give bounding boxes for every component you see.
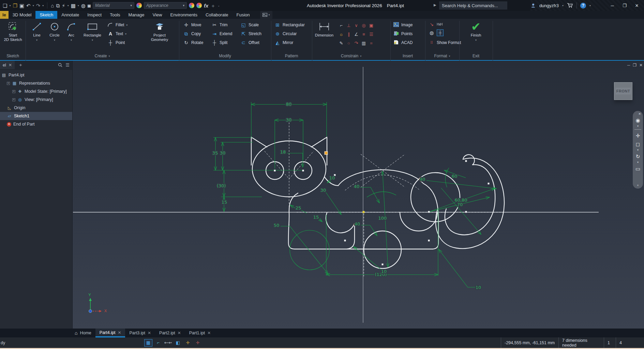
ribbon-tab-sketch[interactable]: Sketch: [35, 11, 57, 19]
constraint-settings-constraint-icon[interactable]: ☼: [338, 30, 345, 39]
ribbon-tab-tools[interactable]: Tools: [106, 11, 124, 19]
dimension-value[interactable]: 35: [212, 150, 218, 156]
symmetric-constraint-icon[interactable]: ▥: [360, 39, 368, 47]
doc-close-icon[interactable]: ✕: [639, 63, 643, 68]
zoom-caret-icon[interactable]: ▾: [637, 148, 639, 151]
stretch-button[interactable]: ⇱Stretch: [240, 30, 261, 38]
adjust-appearance-icon[interactable]: [189, 3, 194, 8]
user-avatar-icon[interactable]: [530, 3, 536, 8]
dimension-value[interactable]: 50: [274, 223, 280, 228]
browser-node-end-of-part[interactable]: ✕End of Part: [0, 120, 72, 128]
rectangular-pattern-button[interactable]: ⊞Rectangular: [274, 21, 305, 29]
doc-restore-icon[interactable]: ❐: [633, 63, 636, 68]
degrees-of-freedom-toggle[interactable]: ✛: [184, 339, 192, 347]
line-button[interactable]: Line▾: [28, 20, 45, 42]
cat-belly-circle[interactable]: [364, 231, 401, 268]
fillet-button[interactable]: Fillet▾: [107, 21, 128, 29]
panel-label-modify[interactable]: Modify: [179, 53, 271, 59]
search-expand-icon[interactable]: ▶: [434, 3, 436, 7]
parameters-fx-icon[interactable]: fx: [204, 3, 208, 8]
dimension-value[interactable]: 10: [329, 175, 335, 180]
dimension-value[interactable]: 30: [320, 188, 326, 193]
tangent-line-constraint-icon[interactable]: ∠: [353, 30, 360, 39]
ribbon-tab-le[interactable]: le: [0, 11, 9, 19]
document-tab-part4-ipt[interactable]: Part4.ipt✕: [95, 329, 125, 337]
show-format-button[interactable]: ⠿Show Format: [429, 39, 461, 47]
construction-format-button[interactable]: ↘HxH: [429, 20, 442, 28]
dimension-value[interactable]: 15: [313, 215, 319, 220]
project-geometry-button[interactable]: Project Geometry: [143, 20, 177, 42]
dimension-value[interactable]: 10: [476, 285, 481, 290]
home-icon[interactable]: ⌂: [51, 3, 54, 8]
mirror-button[interactable]: ◭Mirror: [274, 39, 293, 47]
points-button[interactable]: Points: [393, 30, 413, 38]
save-icon[interactable]: ▣: [19, 3, 24, 8]
update-dropdown-icon[interactable]: ▾: [68, 4, 69, 7]
dimension-value[interactable]: 100: [378, 216, 387, 221]
material-combo[interactable]: Material▾: [93, 2, 134, 9]
dimension-value[interactable]: 15: [222, 200, 227, 205]
cat-tail-outer[interactable]: [436, 158, 504, 248]
viewcube[interactable]: FRONT: [614, 82, 632, 100]
document-tab-part1-ipt[interactable]: Part1.ipt✕: [185, 329, 215, 337]
tab-close-icon[interactable]: ✕: [148, 331, 151, 335]
dimension-value[interactable]: 25: [296, 205, 301, 210]
scale-button[interactable]: ◱Scale: [240, 21, 259, 29]
offset-button[interactable]: ⊂Offset: [240, 39, 259, 47]
restore-button[interactable]: ❐: [620, 3, 629, 8]
material-ball-icon[interactable]: ◍: [81, 3, 86, 8]
user-dropdown-icon[interactable]: ▾: [562, 4, 564, 7]
dimension-value[interactable]: 30: [286, 117, 292, 122]
circle-button[interactable]: Circle▾: [46, 20, 63, 42]
zoom-window-icon[interactable]: ◻: [636, 141, 640, 147]
select-dropdown-icon[interactable]: ▾: [78, 4, 79, 7]
document-tab-home[interactable]: ⌂Home: [71, 329, 95, 337]
navigation-wheel-icon[interactable]: ◉: [635, 117, 640, 123]
ribbon-tab-annotate[interactable]: Annotate: [57, 11, 83, 19]
trim-button[interactable]: ✂Trim: [211, 21, 228, 29]
concentric-constraint-icon[interactable]: ◎: [360, 21, 368, 30]
panel-label-insert[interactable]: Insert: [390, 53, 425, 59]
parallel-constraint-icon[interactable]: ∥: [345, 30, 353, 39]
selected-constraint-marker[interactable]: [325, 151, 328, 155]
panel-label-format[interactable]: Format▾: [425, 53, 459, 59]
minimize-button[interactable]: ─: [608, 3, 617, 8]
origin-point-marker[interactable]: [363, 211, 365, 213]
document-tab-part3-ipt[interactable]: Part3.ipt✕: [125, 329, 155, 337]
dimension-display-toggle[interactable]: ⟷▾: [164, 339, 172, 347]
vertical-align-constraint-icon[interactable]: ☰: [368, 30, 375, 39]
cat-tail-tip[interactable]: [463, 155, 475, 165]
tab-close-icon[interactable]: ✕: [178, 331, 181, 335]
smooth-constraint-icon[interactable]: ↷: [353, 39, 360, 47]
text-button[interactable]: A Text▾: [107, 30, 126, 38]
slice-graphics-toggle[interactable]: ◧: [174, 339, 182, 347]
panel-label-create[interactable]: Create▾: [26, 53, 179, 59]
constraint-inference-toggle[interactable]: ⌐: [154, 339, 162, 347]
orbit-caret-icon[interactable]: ▾: [637, 161, 639, 164]
cart-icon[interactable]: [567, 3, 573, 8]
arc-button[interactable]: Arc▾: [64, 20, 79, 42]
start-2d-sketch-button[interactable]: Start 2D Sketch: [2, 20, 24, 42]
expand-icon[interactable]: +: [12, 98, 15, 101]
vertical-constraint-constraint-icon[interactable]: ∨: [353, 21, 360, 30]
new-file-dropdown-icon[interactable]: ▾: [9, 4, 11, 7]
browser-node-view-primary-[interactable]: +◎View: [Primary]: [0, 96, 72, 104]
cat-front-leg[interactable]: [326, 213, 355, 249]
undo-dropdown-icon[interactable]: ▾: [33, 4, 34, 7]
browser-menu-icon[interactable]: ☰: [65, 62, 70, 68]
panel-label-pattern[interactable]: Pattern: [271, 53, 312, 59]
dimension-value[interactable]: 70: [457, 202, 463, 207]
expand-icon[interactable]: +: [7, 82, 10, 85]
auto-constrain-constraint-icon[interactable]: ✎: [338, 39, 345, 47]
help-dropdown-icon[interactable]: ▾: [589, 4, 591, 7]
browser-tab-close-icon[interactable]: ✕: [9, 62, 12, 68]
ribbon-tab-inspect[interactable]: Inspect: [83, 11, 106, 19]
image-button[interactable]: Image: [393, 21, 413, 29]
new-file-icon[interactable]: ❏: [3, 3, 7, 8]
redo-icon[interactable]: ↷: [36, 3, 41, 8]
panel-display-button[interactable]: ▾: [260, 11, 272, 19]
qat-overflow-icon[interactable]: ⌄: [218, 4, 220, 7]
document-tab-part2-ipt[interactable]: Part2.ipt✕: [155, 329, 185, 337]
sketch-axes[interactable]: [73, 67, 599, 323]
dimension-value[interactable]: 40: [355, 221, 360, 227]
